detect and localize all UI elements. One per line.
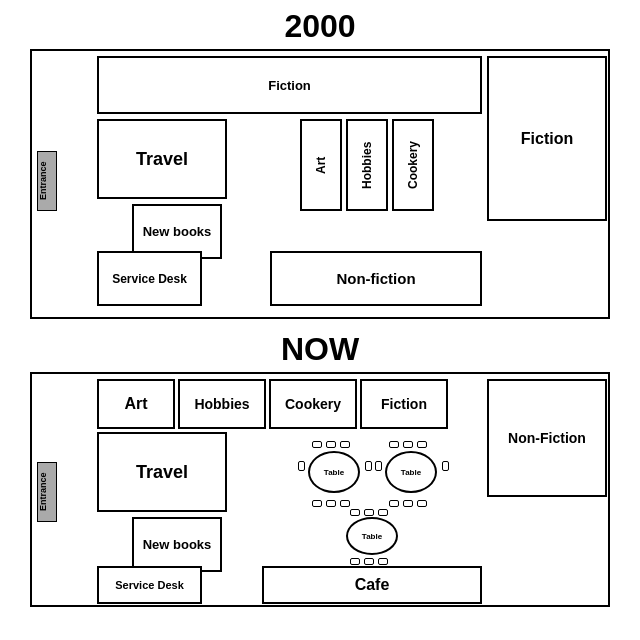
chair — [378, 558, 388, 565]
room-service-desk-now: Service Desk — [97, 566, 202, 604]
chair — [417, 500, 427, 507]
table-group-3: Table — [338, 507, 408, 567]
room-art-2000: Art — [300, 119, 342, 211]
room-new-books-now: New books — [132, 517, 222, 572]
chair — [326, 441, 336, 448]
chair — [340, 500, 350, 507]
chair — [375, 461, 382, 471]
room-travel-now: Travel — [97, 432, 227, 512]
page: 2000 Entrance Fiction Travel Art Hobbies… — [0, 0, 640, 640]
table-oval-3: Table — [346, 517, 398, 555]
room-hobbies-2000: Hobbies — [346, 119, 388, 211]
entrance-label-2000: Entrance — [34, 151, 52, 211]
entrance-label-now: Entrance — [34, 462, 52, 522]
chair — [403, 500, 413, 507]
floor-plan-now: Entrance Art Hobbies Cookery Fiction Non… — [30, 372, 610, 607]
room-cookery-now: Cookery — [269, 379, 357, 429]
chair — [364, 509, 374, 516]
room-fiction-now: Fiction — [360, 379, 448, 429]
chair — [312, 441, 322, 448]
table-group-1: Table — [300, 439, 370, 509]
chair — [298, 461, 305, 471]
chair — [389, 441, 399, 448]
room-travel-2000: Travel — [97, 119, 227, 199]
table-oval-1: Table — [308, 451, 360, 493]
chair — [417, 441, 427, 448]
room-fiction-top-2000: Fiction — [97, 56, 482, 114]
room-fiction-right-2000: Fiction — [487, 56, 607, 221]
chair — [340, 441, 350, 448]
floor-plan-2000: Entrance Fiction Travel Art Hobbies Cook… — [30, 49, 610, 319]
chair — [442, 461, 449, 471]
chair — [403, 441, 413, 448]
chair — [364, 558, 374, 565]
chair — [350, 558, 360, 565]
room-cafe-now: Cafe — [262, 566, 482, 604]
room-hobbies-now: Hobbies — [178, 379, 266, 429]
title-now: NOW — [281, 331, 359, 368]
room-cookery-2000: Cookery — [392, 119, 434, 211]
chair — [326, 500, 336, 507]
table-oval-2: Table — [385, 451, 437, 493]
room-art-now: Art — [97, 379, 175, 429]
room-service-desk-2000: Service Desk — [97, 251, 202, 306]
chair — [389, 500, 399, 507]
table-group-2: Table — [377, 439, 447, 509]
chair — [312, 500, 322, 507]
chair — [378, 509, 388, 516]
title-2000: 2000 — [284, 8, 355, 45]
room-non-fiction-now: Non-Fiction — [487, 379, 607, 497]
chair — [365, 461, 372, 471]
room-non-fiction-2000: Non-fiction — [270, 251, 482, 306]
chair — [350, 509, 360, 516]
